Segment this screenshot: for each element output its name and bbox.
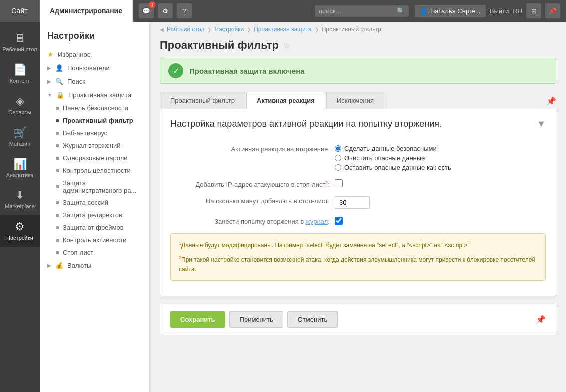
sidebar-item-label-content: Контент — [10, 78, 30, 84]
nav-item-search[interactable]: ▶ 🔍 Поиск — [40, 75, 149, 88]
favorite-star-icon[interactable]: ☆ — [283, 41, 290, 50]
nav-subitem-session-protection[interactable]: Защита сессий — [40, 196, 149, 209]
nav-subitem-label-integrity: Контроль целостности — [63, 167, 131, 174]
top-bar-icons: 💬 1 ⚙ ? — [133, 3, 315, 18]
nav-item-proactive[interactable]: ▼ 🔒 Проактивная защита — [40, 88, 149, 102]
nav-sidebar: Настройки ★ Избранное ▶ 👤 Пользователи ▶… — [40, 22, 150, 392]
sidebar-item-settings[interactable]: ⚙ Настройки — [0, 215, 40, 247]
form-section: Активная реакция на вторжение: Сделать д… — [170, 139, 546, 286]
content-area: ◀ Рабочий стол ❯ Настройки ❯ Проактивная… — [150, 22, 566, 392]
bullet-integrity — [56, 169, 59, 172]
language-button[interactable]: RU — [513, 7, 522, 15]
nav-subitem-label-admin-protection: Защита административного ра... — [63, 179, 142, 194]
action-row: Сохранить Применить Отменить 📌 — [160, 304, 556, 335]
tab-exceptions[interactable]: Исключения — [326, 92, 384, 109]
warning-note1: 1Данные будут модифицированы. Например "… — [179, 240, 537, 250]
nav-subitem-label-session-protection: Защита сессий — [63, 199, 108, 206]
sidebar-item-content[interactable]: 📄 Контент — [0, 58, 40, 90]
nav-subitem-integrity[interactable]: Контроль целостности — [40, 164, 149, 177]
nav-subitem-one-time-pass[interactable]: Одноразовые пароли — [40, 152, 149, 164]
radio-make-safe[interactable]: Сделать данные безопасными1 — [335, 144, 451, 152]
warning-box: 1Данные будут модифицированы. Например "… — [170, 233, 546, 281]
ip-stoplist-checkbox[interactable] — [335, 179, 343, 187]
nav-item-label-search: Поиск — [67, 78, 85, 85]
nav-item-favorites[interactable]: ★ Избранное — [40, 47, 149, 61]
breadcrumb-sep1: ❯ — [207, 27, 211, 32]
page-title-row: Проактивный фильтр ☆ — [150, 37, 566, 58]
sidebar-item-label-settings: Настройки — [6, 235, 33, 241]
panel-collapse-button[interactable]: ▼ — [537, 119, 546, 129]
minutes-input[interactable] — [335, 196, 370, 209]
notification-button[interactable]: 💬 1 — [139, 3, 154, 18]
settings-button[interactable]: ⚙ — [158, 3, 173, 18]
radio-keep-dangerous-input[interactable] — [335, 164, 341, 171]
save-button[interactable]: Сохранить — [170, 311, 225, 328]
radio-clear-dangerous-label: Очистить опасные данные — [344, 154, 425, 162]
nav-item-users[interactable]: ▶ 👤 Пользователи — [40, 61, 149, 75]
breadcrumb-arrow: ◀ — [160, 27, 164, 32]
tab-proactive-filter[interactable]: Проактивный фильтр — [160, 92, 245, 109]
nav-subitem-admin-protection[interactable]: Защита административного ра... — [40, 177, 149, 196]
breadcrumb-current: Проактивный фильтр — [322, 26, 381, 33]
search-icon-nav: 🔍 — [55, 78, 63, 85]
bullet-admin-protection — [56, 185, 59, 188]
bullet-one-time-pass — [56, 157, 59, 160]
radio-keep-dangerous[interactable]: Оставить опасные данные как есть — [335, 164, 451, 171]
breadcrumb-desktop[interactable]: Рабочий стол — [167, 26, 204, 33]
sidebar-item-label-shop: Магазин — [9, 141, 30, 147]
sidebar-item-desktop[interactable]: 🖥 Рабочий стол — [0, 27, 40, 58]
tab-pin-icon: 📌 — [546, 96, 556, 109]
sidebar-item-services[interactable]: ◈ Сервисы — [0, 90, 40, 121]
user-button[interactable]: 👤 Наталья Серге... — [415, 5, 486, 17]
grid-button[interactable]: ⊞ — [526, 3, 541, 18]
cancel-button[interactable]: Отменить — [287, 311, 338, 328]
help-icon: ? — [182, 7, 186, 15]
nav-subitem-proactive-filter[interactable]: Проактивный фильтр — [40, 114, 149, 127]
radio-clear-dangerous[interactable]: Очистить опасные данные — [335, 154, 451, 162]
sidebar-item-label-services: Сервисы — [8, 109, 31, 115]
nav-subitem-stoplist[interactable]: Стоп-лист — [40, 246, 149, 259]
nav-subitem-frame-protection[interactable]: Защита от фреймов — [40, 221, 149, 234]
bullet-frame-protection — [56, 226, 59, 229]
admin-tab[interactable]: Администрирование — [40, 0, 133, 22]
search-icon: 🔍 — [397, 7, 405, 15]
log-label: Занести попытку вторжения в журнал: — [170, 217, 330, 225]
log-link[interactable]: журнал — [306, 218, 328, 225]
breadcrumb-proactive[interactable]: Проактивная защита — [254, 26, 312, 33]
breadcrumb-settings[interactable]: Настройки — [214, 26, 244, 33]
help-button[interactable]: ? — [177, 3, 192, 18]
search-box: 🔍 — [315, 5, 409, 17]
nav-item-currencies[interactable]: ▶ 💰 Валюты — [40, 259, 149, 272]
shop-icon: 🛒 — [13, 127, 27, 138]
search-input[interactable] — [319, 7, 394, 15]
form-row-log: Занести попытку вторжения в журнал: — [170, 217, 546, 225]
radio-make-safe-input[interactable] — [335, 145, 341, 152]
nav-subitem-label-one-time-pass: Одноразовые пароли — [63, 154, 128, 162]
sidebar-item-analytics[interactable]: 📊 Аналитика — [0, 153, 40, 184]
sidebar-item-shop[interactable]: 🛒 Магазин — [0, 121, 40, 153]
pin-button[interactable]: 📌 — [545, 3, 560, 18]
arrow-icon-users: ▶ — [47, 65, 51, 71]
apply-button[interactable]: Применить — [229, 311, 283, 328]
nav-subitem-intrusion-log[interactable]: Журнал вторжений — [40, 139, 149, 152]
tab-active-reaction[interactable]: Активная реакция — [246, 92, 325, 109]
bottom-pin-icon: 📌 — [536, 315, 546, 324]
bullet-intrusion-log — [56, 144, 59, 147]
form-row-minutes: На сколько минут добавлять в стоп-лист: — [170, 196, 546, 209]
content-icon: 📄 — [13, 64, 27, 75]
nav-item-label-users: Пользователи — [67, 64, 110, 72]
log-checkbox[interactable] — [335, 217, 343, 225]
sidebar-item-marketplace[interactable]: ⬇ Marketplace — [0, 184, 40, 215]
nav-subitem-redirect-protection[interactable]: Защита редиректов — [40, 209, 149, 221]
nav-subitem-activity-control[interactable]: Контроль активности — [40, 234, 149, 246]
pin-icon: 📌 — [549, 7, 557, 15]
exit-button[interactable]: Выйти — [490, 7, 509, 15]
site-button[interactable]: Сайт — [0, 0, 40, 22]
nav-subitem-security-panel[interactable]: Панель безопасности — [40, 102, 149, 114]
radio-clear-dangerous-input[interactable] — [335, 155, 341, 161]
bullet-activity-control — [56, 239, 59, 242]
form-row-reaction: Активная реакция на вторжение: Сделать д… — [170, 144, 546, 171]
bullet-proactive-filter — [56, 119, 59, 122]
nav-subitem-web-antivirus[interactable]: Веб-антивирус — [40, 127, 149, 139]
analytics-icon: 📊 — [13, 159, 27, 170]
